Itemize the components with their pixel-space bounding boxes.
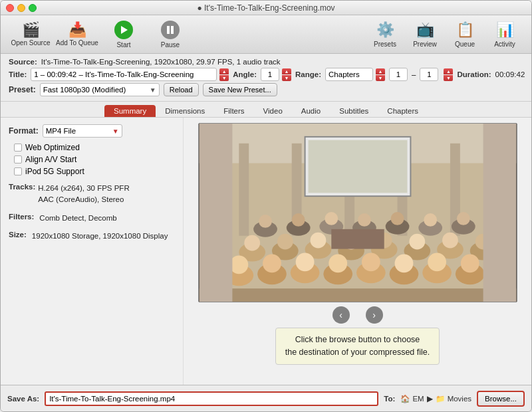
titlebar: ● It's-Time-To-Talk-Eng-Screening.mov	[1, 1, 531, 15]
queue-button[interactable]: 📋 Queue	[445, 17, 485, 52]
range-select-wrap: ▲ ▼	[325, 68, 385, 81]
range-to-stepper-up[interactable]: ▲	[444, 68, 453, 74]
presets-button[interactable]: ⚙️ Presets	[365, 17, 405, 52]
path-chevron-icon: ▶	[427, 394, 433, 403]
title-stepper-up[interactable]: ▲	[219, 68, 229, 74]
start-label: Start	[116, 41, 130, 49]
title-stepper-down[interactable]: ▼	[219, 75, 229, 81]
browse-button[interactable]: Browse...	[477, 391, 525, 407]
range-from-input[interactable]	[389, 68, 408, 81]
tab-chapters[interactable]: Chapters	[378, 105, 428, 117]
title-label: Title:	[9, 70, 27, 78]
range-stepper-up[interactable]: ▲	[376, 68, 385, 74]
tab-audio[interactable]: Audio	[292, 105, 330, 117]
range-stepper-down[interactable]: ▼	[376, 75, 385, 81]
format-value: MP4 File	[46, 127, 76, 135]
ipod-label: iPod 5G Support	[25, 167, 84, 176]
tracks-label: Tracks:	[9, 183, 35, 205]
angle-stepper-down[interactable]: ▼	[282, 75, 291, 81]
ipod-checkbox[interactable]	[14, 167, 22, 175]
svg-rect-60	[199, 124, 232, 302]
angle-stepper-up[interactable]: ▲	[282, 68, 291, 74]
range-select[interactable]	[325, 68, 373, 81]
align-av-checkbox[interactable]	[14, 155, 22, 163]
home-icon: 🏠	[400, 394, 410, 403]
queue-icon: 📋	[456, 21, 474, 39]
range-to-stepper-down[interactable]: ▼	[444, 75, 453, 81]
svg-point-39	[442, 233, 458, 249]
angle-stepper[interactable]: ▲ ▼	[282, 68, 291, 81]
tracks-value-1: H.264 (x264), 30 FPS PFR	[38, 183, 129, 194]
size-section: Size: 1920x1080 Storage, 1920x1080 Displ…	[9, 231, 175, 242]
bottom-bar: Save As: To: 🏠 EM ▶ 📁 Movies Browse...	[1, 385, 531, 411]
tab-video[interactable]: Video	[254, 105, 292, 117]
add-to-queue-label: Add To Queue	[56, 39, 98, 47]
minimize-button[interactable]	[17, 4, 25, 12]
filters-row: Filters: Comb Detect, Decomb	[9, 213, 175, 224]
tab-dimensions[interactable]: Dimensions	[156, 105, 214, 117]
close-button[interactable]	[6, 4, 14, 12]
tooltip-line2: the destination of your compressed file.	[285, 346, 430, 359]
preview-navigation: ‹ ›	[332, 306, 383, 324]
preview-label: Preview	[413, 41, 437, 48]
start-button[interactable]: Start	[100, 17, 147, 52]
title-input[interactable]	[31, 68, 217, 81]
web-optimized-checkbox[interactable]	[14, 144, 22, 152]
source-label: Source:	[9, 58, 37, 66]
activity-icon: 📊	[496, 21, 514, 39]
dropdown-arrow-icon: ▼	[150, 86, 156, 94]
maximize-button[interactable]	[29, 4, 37, 12]
reload-button[interactable]: Reload	[164, 83, 199, 96]
range-stepper[interactable]: ▲ ▼	[376, 68, 385, 81]
preview-button[interactable]: 📺 Preview	[405, 17, 445, 52]
tab-summary[interactable]: Summary	[104, 105, 156, 117]
save-new-preset-button[interactable]: Save New Preset...	[203, 83, 277, 96]
add-to-queue-button[interactable]: 📥 Add To Queue	[54, 17, 100, 52]
svg-rect-5	[239, 144, 249, 236]
preview-icon: 📺	[416, 21, 434, 39]
range-label: Range:	[295, 70, 321, 78]
to-label: To:	[384, 395, 395, 403]
range-to-input[interactable]	[420, 68, 438, 81]
svg-rect-2	[171, 26, 174, 34]
traffic-lights	[6, 4, 37, 12]
duration-label: Duration:	[457, 70, 491, 78]
align-av-label: Align A/V Start	[25, 155, 76, 164]
svg-rect-1	[167, 26, 170, 34]
save-as-input[interactable]	[45, 391, 378, 406]
format-dropdown-icon: ▼	[112, 128, 119, 135]
preset-label: Preset:	[9, 85, 36, 94]
preset-select[interactable]: Fast 1080p30 (Modified) ▼	[40, 83, 160, 96]
path-display: 🏠 EM ▶ 📁 Movies	[400, 394, 471, 403]
svg-point-55	[428, 253, 446, 272]
preview-image	[198, 123, 517, 302]
tab-subtitles[interactable]: Subtitles	[330, 105, 378, 117]
next-frame-button[interactable]: ›	[366, 306, 383, 324]
open-source-button[interactable]: 🎬 Open Source	[7, 17, 54, 52]
range-to-stepper[interactable]: ▲ ▼	[444, 68, 453, 81]
svg-point-19	[358, 213, 371, 227]
right-toolbar: ⚙️ Presets 📺 Preview 📋 Queue 📊 Activity	[365, 17, 525, 52]
activity-button[interactable]: 📊 Activity	[485, 17, 525, 52]
tab-filters[interactable]: Filters	[214, 105, 253, 117]
svg-point-57	[460, 255, 479, 273]
right-panel: ‹ › Click the browse button to choose th…	[184, 118, 531, 385]
add-queue-icon: 📥	[68, 23, 86, 37]
pause-button[interactable]: Pause	[147, 17, 194, 52]
align-av-row[interactable]: Align A/V Start	[14, 155, 175, 164]
svg-point-23	[424, 213, 437, 227]
app-window: ● It's-Time-To-Talk-Eng-Screening.mov 🎬 …	[0, 0, 532, 412]
web-optimized-row[interactable]: Web Optimized	[14, 143, 175, 152]
film-icon: 🎬	[22, 23, 40, 37]
title-stepper[interactable]: ▲ ▼	[219, 68, 229, 81]
svg-rect-59	[331, 229, 384, 249]
svg-point-45	[263, 255, 281, 273]
angle-input[interactable]	[261, 68, 279, 81]
format-select[interactable]: MP4 File ▼	[43, 124, 122, 138]
tabs-bar: Summary Dimensions Filters Video Audio S…	[1, 102, 531, 118]
filters-label: Filters:	[9, 213, 34, 223]
size-label: Size:	[9, 231, 27, 241]
prev-frame-button[interactable]: ‹	[332, 306, 350, 324]
path-home: EM	[412, 395, 424, 403]
ipod-row[interactable]: iPod 5G Support	[14, 167, 175, 176]
